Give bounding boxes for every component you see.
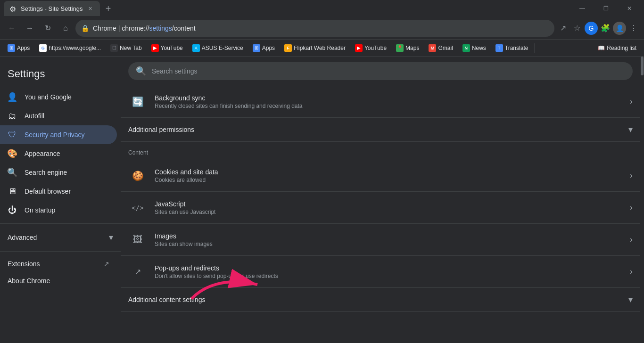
sidebar-item-autofill[interactable]: 🗂 Autofill (0, 106, 117, 125)
search-placeholder: Search settings (152, 67, 198, 75)
startup-icon: ⏻ (8, 205, 17, 215)
images-subtitle: Sites can show images (155, 241, 630, 247)
bookmark-apps2[interactable]: ⊞ Apps (249, 42, 279, 54)
reading-list-button[interactable]: 📖 Reading list (594, 43, 640, 53)
asus-favicon: A (192, 44, 200, 52)
sidebar-item-advanced[interactable]: Advanced ▾ (0, 228, 121, 247)
bookmark-asus[interactable]: A ASUS E-Service (189, 42, 247, 54)
sidebar-item-search-engine[interactable]: 🔍 Search engine (0, 163, 117, 182)
share-button[interactable]: ↗ (556, 22, 570, 35)
back-button[interactable]: ← (4, 20, 20, 36)
bookmark-maps[interactable]: 📍 Maps (392, 42, 423, 54)
javascript-subtitle: Sites can use Javascript (155, 209, 630, 215)
maximize-button[interactable]: ❐ (595, 0, 617, 17)
bookmark-gmail[interactable]: M Gmail (425, 42, 456, 54)
sidebar-item-security-privacy[interactable]: 🛡 Security and Privacy (0, 125, 117, 144)
cookies-subtitle: Cookies are allowed (155, 177, 630, 183)
cookies-title: Cookies and site data (155, 168, 630, 176)
gmail-favicon: M (429, 44, 436, 52)
sidebar-label-security-privacy: Security and Privacy (25, 131, 85, 139)
search-bar-container: 🔍 Search settings (121, 57, 640, 86)
refresh-button[interactable]: ↻ (40, 20, 56, 36)
settings-item-images[interactable]: 🖼 Images Sites can show images › (121, 224, 640, 256)
bookmark-youtube1[interactable]: ▶ YouTube (148, 42, 187, 54)
translate-label: Translate (505, 45, 528, 51)
search-engine-icon: 🔍 (8, 168, 17, 177)
bookmark-apps1[interactable]: ⊞ Apps (4, 42, 33, 54)
news-label: News (472, 45, 486, 51)
bookmark-youtube2[interactable]: ▶ YouTube (351, 42, 390, 54)
sidebar-label-on-startup: On startup (25, 206, 55, 214)
annotation-arrow (177, 266, 272, 303)
advanced-label: Advanced (8, 234, 37, 241)
extensions-external-icon: ↗ (104, 260, 109, 268)
navbar: ← → ↻ ⌂ 🔒 Chrome | chrome://settings/con… (0, 17, 644, 40)
address-text: Chrome | chrome://settings/content (93, 24, 549, 32)
bookmark-button[interactable]: ☆ (570, 22, 584, 35)
sidebar-item-about-chrome[interactable]: About Chrome (0, 272, 117, 289)
bookmark-newtab[interactable]: ☐ New Tab (107, 42, 145, 54)
menu-button[interactable]: ⋮ (627, 22, 640, 35)
reading-list-icon: 📖 (598, 45, 605, 51)
settings-item-cookies[interactable]: 🍪 Cookies and site data Cookies are allo… (121, 160, 640, 192)
newtab-label: New Tab (120, 45, 141, 51)
profile-button[interactable]: G (585, 22, 598, 35)
popups-chevron-icon: › (630, 267, 633, 277)
tab-close-button[interactable]: × (87, 5, 94, 12)
sidebar-item-you-google[interactable]: 👤 You and Google (0, 88, 117, 106)
forward-icon: → (26, 24, 33, 33)
additional-permissions-chevron-icon: ▾ (628, 124, 633, 135)
search-icon: 🔍 (136, 66, 146, 76)
background-sync-chevron-icon: › (630, 97, 633, 106)
content-section-label: Content (128, 149, 148, 156)
bookmark-google[interactable]: G https://www.google... (35, 42, 105, 54)
address-bar[interactable]: 🔒 Chrome | chrome://settings/content (75, 20, 554, 37)
sidebar-title: Settings (0, 64, 121, 88)
new-tab-button[interactable]: + (102, 2, 115, 15)
scrollbar-thumb[interactable] (641, 57, 644, 75)
home-button[interactable]: ⌂ (58, 20, 74, 36)
extensions-button[interactable]: 🧩 (599, 22, 612, 35)
reading-list-label: Reading list (607, 45, 636, 51)
flipkart-label: Flipkart Web Reader (294, 45, 346, 51)
sidebar-item-extensions[interactable]: Extensions ↗ (0, 255, 117, 272)
extensions-label: Extensions (8, 260, 40, 268)
additional-permissions-expandable[interactable]: Additional permissions ▾ (121, 118, 640, 142)
forward-button[interactable]: → (22, 20, 38, 36)
account-button[interactable]: 👤 (613, 22, 626, 35)
sidebar-label-default-browser: Default browser (25, 188, 71, 195)
lock-icon: 🔒 (81, 24, 89, 32)
images-icon: 🖼 (128, 230, 147, 249)
nav-actions: ↗ ☆ G 🧩 👤 ⋮ (556, 22, 640, 35)
images-chevron-icon: › (630, 235, 633, 245)
about-chrome-label: About Chrome (8, 277, 50, 285)
close-button[interactable]: ✕ (619, 0, 640, 17)
content-section-header: Content (121, 142, 640, 160)
shield-icon: 🛡 (8, 130, 17, 139)
javascript-title: JavaScript (155, 200, 630, 208)
minimize-button[interactable]: — (571, 0, 593, 17)
scrollbar[interactable] (640, 57, 644, 343)
apps2-favicon: ⊞ (253, 44, 260, 52)
sidebar-item-on-startup[interactable]: ⏻ On startup (0, 201, 117, 220)
home-icon: ⌂ (63, 24, 68, 33)
settings-item-javascript[interactable]: </> JavaScript Sites can use Javascript … (121, 192, 640, 224)
bookmark-news[interactable]: N News (459, 42, 490, 54)
sidebar-label-you-google: You and Google (25, 93, 72, 101)
sidebar-label-search-engine: Search engine (25, 169, 67, 176)
youtube1-favicon: ▶ (151, 44, 159, 52)
appearance-icon: 🎨 (8, 149, 17, 158)
youtube1-label: YouTube (161, 45, 183, 51)
sidebar-divider (0, 223, 121, 224)
asus-label: ASUS E-Service (202, 45, 243, 51)
sidebar-item-appearance[interactable]: 🎨 Appearance (0, 144, 117, 163)
bookmark-flipkart[interactable]: F Flipkart Web Reader (281, 42, 349, 54)
search-input[interactable]: 🔍 Search settings (128, 62, 633, 80)
sidebar-item-default-browser[interactable]: 🖥 Default browser (0, 182, 117, 201)
active-tab[interactable]: ⚙ Settings - Site Settings × (4, 1, 100, 16)
bookmark-translate[interactable]: T Translate (492, 42, 532, 54)
images-title: Images (155, 232, 630, 240)
content-area: 🔍 Search settings 🔄 Background sync Rece… (121, 57, 640, 343)
news-favicon: N (462, 44, 470, 52)
settings-item-background-sync[interactable]: 🔄 Background sync Recently closed sites … (121, 86, 640, 118)
